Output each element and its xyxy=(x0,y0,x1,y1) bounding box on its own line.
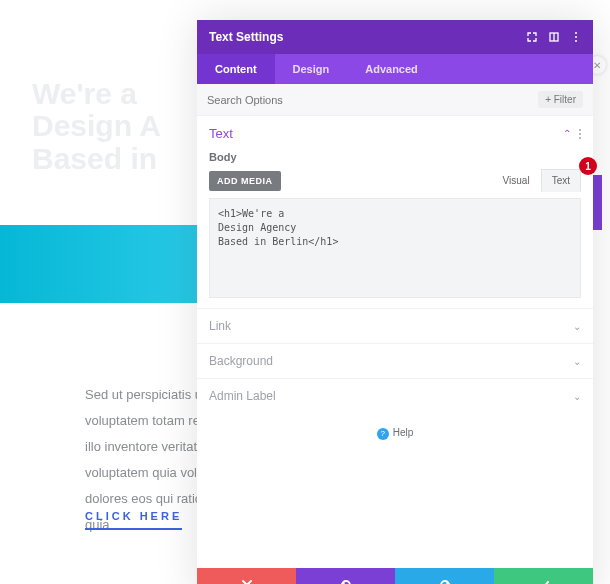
section-admin-label[interactable]: Admin Label ⌄ xyxy=(197,378,593,413)
search-input[interactable] xyxy=(207,94,538,106)
tab-content[interactable]: Content xyxy=(197,54,275,84)
undo-button[interactable] xyxy=(296,568,395,584)
tab-text[interactable]: Text xyxy=(541,169,581,192)
tab-visual[interactable]: Visual xyxy=(492,169,541,192)
more-icon[interactable] xyxy=(579,129,581,139)
chevron-down-icon: ⌄ xyxy=(573,391,581,402)
bg-heading-line: We're a xyxy=(32,78,161,110)
redo-button[interactable] xyxy=(395,568,494,584)
search-bar: + Filter xyxy=(197,84,593,116)
section-link[interactable]: Link ⌄ xyxy=(197,308,593,343)
filter-button[interactable]: + Filter xyxy=(538,91,583,108)
modal-title: Text Settings xyxy=(209,30,283,44)
bg-heading-line: Design A xyxy=(32,110,161,142)
section-text-header[interactable]: Text ⌃ xyxy=(197,116,593,151)
modal-footer xyxy=(197,568,593,584)
more-icon[interactable] xyxy=(571,32,581,42)
help-row[interactable]: ?Help xyxy=(197,413,593,568)
help-label: Help xyxy=(393,427,414,438)
editor-toolbar: ADD MEDIA Visual Text xyxy=(197,169,593,198)
section-background-label: Background xyxy=(209,354,573,368)
section-background[interactable]: Background ⌄ xyxy=(197,343,593,378)
purple-decor xyxy=(592,175,602,230)
add-media-button[interactable]: ADD MEDIA xyxy=(209,171,281,191)
body-label: Body xyxy=(197,151,593,169)
modal-titlebar[interactable]: Text Settings xyxy=(197,20,593,54)
bg-heading: We're a Design A Based in xyxy=(32,78,161,175)
save-button[interactable] xyxy=(494,568,593,584)
editor-mode-tabs: Visual Text xyxy=(492,169,581,192)
expand-icon[interactable] xyxy=(527,32,537,42)
chevron-up-icon: ⌃ xyxy=(563,128,571,139)
annotation-badge: 1 xyxy=(579,157,597,175)
section-text-label: Text xyxy=(209,126,563,141)
bg-heading-line: Based in xyxy=(32,143,161,175)
tab-bar: Content Design Advanced xyxy=(197,54,593,84)
code-textarea[interactable]: <h1>We're a Design Agency Based in Berli… xyxy=(209,198,581,298)
help-icon: ? xyxy=(377,428,389,440)
cyan-decor xyxy=(0,225,200,303)
section-link-label: Link xyxy=(209,319,573,333)
tab-design[interactable]: Design xyxy=(275,54,348,84)
chevron-down-icon: ⌄ xyxy=(573,321,581,332)
tab-advanced[interactable]: Advanced xyxy=(347,54,436,84)
text-settings-modal: Text Settings Content Design Advanced + … xyxy=(197,20,593,584)
section-admin-label-text: Admin Label xyxy=(209,389,573,403)
chevron-down-icon: ⌄ xyxy=(573,356,581,367)
snap-icon[interactable] xyxy=(549,32,559,42)
cancel-button[interactable] xyxy=(197,568,296,584)
click-here-link[interactable]: CLICK HERE xyxy=(85,510,182,530)
